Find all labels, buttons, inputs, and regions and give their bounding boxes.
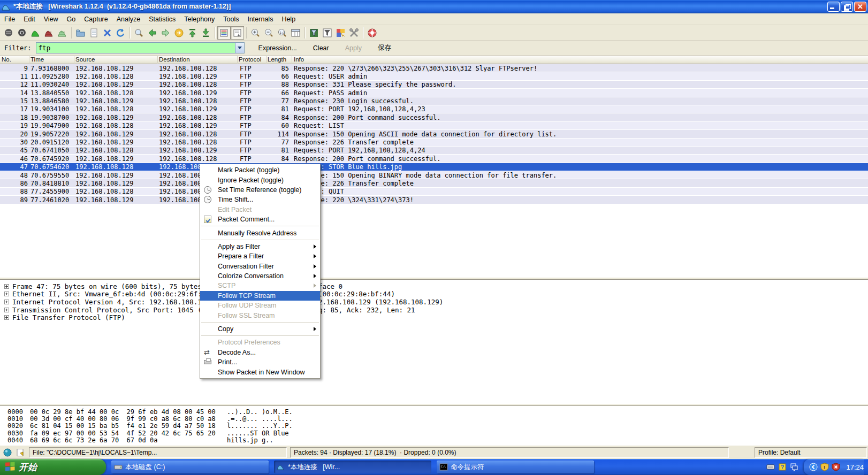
open-capture-file-icon[interactable]: [74, 26, 87, 40]
context-menu-item[interactable]: Apply as Filter: [200, 242, 320, 251]
minimize-button[interactable]: [827, 2, 840, 12]
start-button[interactable]: 开始: [0, 459, 106, 475]
menu-item[interactable]: Go: [63, 14, 80, 25]
menu-item[interactable]: View: [40, 14, 63, 25]
menu-item[interactable]: Analyze: [112, 14, 144, 25]
detail-row[interactable]: Internet Protocol Version 4, Src: 192.16…: [0, 298, 868, 306]
col-no[interactable]: No.: [2, 56, 11, 63]
packet-row[interactable]: 14 13.8840550 192.168.108.128 192.168.10…: [0, 88, 868, 96]
display-filter-icon[interactable]: [321, 26, 334, 40]
autoscroll-toggle-icon[interactable]: [231, 26, 244, 40]
hex-row[interactable]: 0000 00 0c 29 8e bf 44 00 0c 29 6f eb 4d…: [0, 408, 868, 415]
save-filter-button[interactable]: 保存: [376, 42, 393, 53]
hide-icons-chevron[interactable]: [809, 463, 818, 471]
status-profile[interactable]: Profile: Default: [755, 447, 867, 458]
menu-item[interactable]: File: [0, 14, 19, 25]
zoom-1-1-icon[interactable]: 1:1: [276, 26, 289, 40]
context-menu-item[interactable]: Mark Packet (toggle): [200, 165, 320, 175]
packet-row[interactable]: 20 19.9057220 192.168.108.129 192.168.10…: [0, 129, 868, 137]
filter-input[interactable]: [36, 44, 235, 52]
hex-row[interactable]: 0030 fa 09 ec 97 00 00 53 54 4f 52 20 42…: [0, 430, 868, 436]
context-menu-item[interactable]: Print...: [200, 357, 320, 367]
context-menu-item[interactable]: Copy: [200, 324, 320, 334]
packet-row[interactable]: 47 70.6754620 192.168.108.128 192.168.10…: [0, 163, 868, 171]
colorize-toggle-icon[interactable]: [217, 26, 231, 40]
packet-row[interactable]: 45 70.6741050 192.168.108.128 192.168.10…: [0, 146, 868, 154]
stop-capture-icon[interactable]: [42, 26, 56, 40]
context-menu-item[interactable]: Prepare a Filter: [200, 251, 320, 261]
packet-row[interactable]: 88 77.2455900 192.168.108.128 192.168.10…: [0, 187, 868, 195]
go-to-packet-icon[interactable]: [172, 26, 186, 40]
security-warning-shield[interactable]: !: [820, 463, 829, 471]
go-forward-icon[interactable]: [159, 26, 172, 40]
capture-filter-icon[interactable]: [307, 26, 321, 40]
zoom-in-icon[interactable]: [249, 26, 262, 40]
col-source[interactable]: Source: [75, 56, 95, 63]
expand-icon[interactable]: [4, 292, 9, 296]
expand-icon[interactable]: [4, 284, 9, 289]
packet-row[interactable]: 15 13.8846580 192.168.108.129 192.168.10…: [0, 97, 868, 105]
menu-item[interactable]: Internals: [243, 14, 277, 25]
col-length[interactable]: Length: [268, 56, 286, 63]
context-menu-item[interactable]: Packet Comment...: [200, 214, 320, 224]
apply-button[interactable]: Apply: [343, 43, 364, 53]
context-menu-item[interactable]: Follow UDP Stream: [200, 301, 320, 310]
col-info[interactable]: Info: [294, 56, 304, 63]
context-menu-item[interactable]: Follow TCP Stream: [200, 291, 320, 301]
packet-row[interactable]: 46 70.6745920 192.168.108.129 192.168.10…: [0, 154, 868, 162]
col-destination[interactable]: Destination: [159, 56, 190, 63]
expand-icon[interactable]: [4, 300, 9, 304]
packet-row[interactable]: 12 11.0930240 192.168.108.129 192.168.10…: [0, 80, 868, 88]
start-capture-icon[interactable]: [29, 26, 42, 40]
restore-button[interactable]: [841, 2, 853, 12]
detail-row[interactable]: File Transfer Protocol (FTP): [0, 313, 868, 321]
go-to-bottom-icon[interactable]: [199, 26, 212, 40]
reload-icon[interactable]: [114, 26, 127, 40]
taskbar-button-cmd[interactable]: C:\ 命令提示符: [437, 461, 594, 473]
close-capture-icon[interactable]: [101, 26, 114, 40]
detail-row[interactable]: Frame 47: 75 bytes on wire (600 bits), 7…: [0, 282, 868, 290]
packet-row[interactable]: 89 77.2461020 192.168.108.129 192.168.10…: [0, 195, 868, 203]
restart-capture-icon[interactable]: [56, 26, 69, 40]
hex-row[interactable]: 0020 6c 81 04 15 00 15 ba b5 f4 e1 2e 59…: [0, 422, 868, 429]
capture-comment-icon[interactable]: [15, 447, 26, 458]
detail-row[interactable]: Ethernet II, Src: Vmware_6f:eb:4d (00:0c…: [0, 290, 868, 298]
packet-row[interactable]: 19 19.9047900 192.168.108.128 192.168.10…: [0, 121, 868, 129]
context-menu-item[interactable]: Manually Resolve Address: [200, 228, 320, 238]
context-menu-item[interactable]: Conversation Filter: [200, 262, 320, 271]
taskbar-button-local-disk[interactable]: 本地磁盘 (C:): [111, 461, 269, 473]
context-menu-item[interactable]: [200, 320, 320, 324]
close-button[interactable]: [854, 2, 866, 12]
packet-row[interactable]: 86 70.8418810 192.168.108.129 192.168.10…: [0, 179, 868, 187]
go-to-top-icon[interactable]: [186, 26, 199, 40]
menu-item[interactable]: Tools: [219, 14, 243, 25]
menu-item[interactable]: Edit: [19, 14, 40, 25]
context-menu-item[interactable]: Time Shift...: [200, 195, 320, 204]
zoom-out-icon[interactable]: [262, 26, 276, 40]
context-menu-item[interactable]: Protocol Preferences: [200, 338, 320, 347]
capture-options-icon[interactable]: [16, 26, 29, 40]
col-time[interactable]: Time: [31, 56, 44, 63]
context-menu-item[interactable]: Show Packet in New Window: [200, 367, 320, 377]
packet-row[interactable]: 9 7.93168800 192.168.108.129 192.168.108…: [0, 64, 868, 72]
list-capture-interfaces-icon[interactable]: [2, 26, 16, 40]
preferences-icon[interactable]: [347, 26, 361, 40]
context-menu-item[interactable]: Follow SSL Stream: [200, 310, 320, 320]
packet-row[interactable]: 30 20.0915120 192.168.108.129 192.168.10…: [0, 138, 868, 146]
keyboard-icon[interactable]: [766, 463, 775, 471]
context-menu-item[interactable]: [200, 238, 320, 242]
detail-row[interactable]: Transmission Control Protocol, Src Port:…: [0, 306, 868, 314]
expression-button[interactable]: Expression...: [256, 43, 299, 53]
filter-dropdown-arrow[interactable]: [235, 43, 244, 53]
context-menu-item[interactable]: Set Time Reference (toggle): [200, 185, 320, 195]
packet-row[interactable]: 11 11.0925280 192.168.108.128 192.168.10…: [0, 72, 868, 80]
hex-row[interactable]: 0010 00 3d 00 cf 40 00 80 06 9f 99 c0 a8…: [0, 415, 868, 422]
save-capture-file-icon[interactable]: [87, 26, 101, 40]
context-menu-item[interactable]: Colorize Conversation: [200, 271, 320, 281]
context-menu-item[interactable]: [200, 334, 320, 338]
find-packet-icon[interactable]: [132, 26, 146, 40]
go-back-icon[interactable]: [146, 26, 159, 40]
taskbar-button-wireshark[interactable]: *本地连接 [Wir...: [274, 461, 431, 473]
resize-columns-icon[interactable]: [289, 26, 302, 40]
menu-item[interactable]: Statistics: [144, 14, 180, 25]
